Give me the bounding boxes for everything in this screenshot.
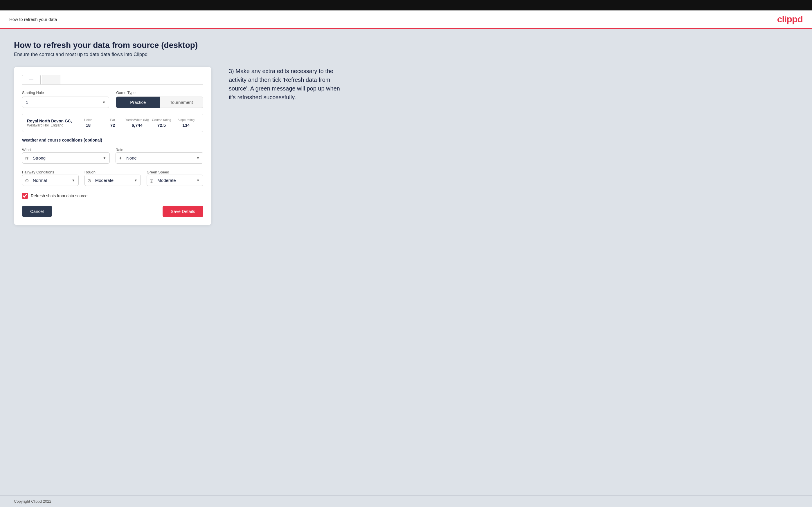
game-type-label: Game Type <box>116 91 203 95</box>
rain-label: Rain <box>115 148 123 152</box>
cancel-button[interactable]: Cancel <box>22 206 52 217</box>
wind-label: Wind <box>22 148 31 152</box>
tab-1[interactable]: — <box>22 75 41 84</box>
course-name-col: Royal North Devon GC, Westward Hol, Engl… <box>27 119 76 127</box>
holes-label: Holes <box>76 118 100 121</box>
green-speed-wrapper: ◎ Moderate Slow Fast ▼ <box>147 175 203 186</box>
content-row: — — Starting Hole 1 ▼ Game Type <box>14 67 798 225</box>
tab-2[interactable]: — <box>42 75 60 84</box>
course-rating-col: Course rating 72.5 <box>149 118 173 128</box>
card-container: — — Starting Hole 1 ▼ Game Type <box>14 67 211 225</box>
slope-rating-label: Slope rating <box>174 118 198 121</box>
course-rating-label: Course rating <box>149 118 173 121</box>
fairway-select[interactable]: Normal Dry Wet <box>22 175 79 186</box>
main-content: How to refresh your data from source (de… <box>0 29 812 495</box>
main-subheading: Ensure the correct and most up to date d… <box>14 52 798 57</box>
course-name: Royal North Devon GC, <box>27 119 76 123</box>
button-row: Cancel Save Details <box>22 206 203 217</box>
instruction-text: 3) Make any extra edits necessary to the… <box>229 67 345 102</box>
game-type-toggle: Practice Tournament <box>116 97 203 108</box>
yards-col: Yards/White (M)) 6,744 <box>125 118 149 128</box>
card-tabs: — — <box>22 75 203 85</box>
conditions-row: Fairway Conditions ⊙ Normal Dry Wet ▼ Ro… <box>22 169 203 186</box>
fairway-label: Fairway Conditions <box>22 170 54 174</box>
chrome-bar: How to refresh your data clippd <box>0 10 812 29</box>
rough-wrapper: ⊙ Moderate Light Heavy ▼ <box>85 175 141 186</box>
tournament-button[interactable]: Tournament <box>160 97 204 108</box>
par-col: Par 72 <box>100 118 125 128</box>
main-heading: How to refresh your data from source (de… <box>14 41 798 50</box>
course-rating-value: 72.5 <box>149 123 173 128</box>
green-speed-label: Green Speed <box>147 170 169 174</box>
starting-hole-wrapper: 1 ▼ <box>22 97 109 108</box>
course-location: Westward Hol, England <box>27 123 76 127</box>
save-details-button[interactable]: Save Details <box>163 206 203 217</box>
weather-section-label: Weather and course conditions (optional) <box>22 138 203 143</box>
fairway-group: Fairway Conditions ⊙ Normal Dry Wet ▼ <box>22 169 79 186</box>
par-value: 72 <box>100 123 125 128</box>
form-row-top: Starting Hole 1 ▼ Game Type Practice Tou… <box>22 91 203 108</box>
logo: clippd <box>777 14 803 25</box>
rough-label: Rough <box>85 170 96 174</box>
starting-hole-select[interactable]: 1 <box>22 97 109 108</box>
refresh-checkbox[interactable] <box>22 193 28 199</box>
holes-value: 18 <box>76 123 100 128</box>
footer: Copyright Clippd 2022 <box>0 495 812 507</box>
wind-group: Wind ≋ Strong None Light Moderate ▼ <box>22 147 110 164</box>
starting-hole-group: Starting Hole 1 ▼ <box>22 91 109 108</box>
fairway-wrapper: ⊙ Normal Dry Wet ▼ <box>22 175 79 186</box>
yards-label: Yards/White (M)) <box>125 118 149 121</box>
rough-group: Rough ⊙ Moderate Light Heavy ▼ <box>85 169 141 186</box>
rain-select[interactable]: None Light Heavy <box>115 152 203 164</box>
refresh-checkbox-row: Refresh shots from data source <box>22 193 203 199</box>
wind-wrapper: ≋ Strong None Light Moderate ▼ <box>22 152 110 164</box>
copyright: Copyright Clippd 2022 <box>14 499 51 504</box>
rain-wrapper: ✦ None Light Heavy ▼ <box>115 152 203 164</box>
weather-row: Wind ≋ Strong None Light Moderate ▼ Rain <box>22 147 203 164</box>
game-type-group: Game Type Practice Tournament <box>116 91 203 108</box>
green-speed-group: Green Speed ◎ Moderate Slow Fast ▼ <box>147 169 203 186</box>
slope-rating-col: Slope rating 134 <box>174 118 198 128</box>
wind-select[interactable]: Strong None Light Moderate <box>22 152 110 164</box>
holes-col: Holes 18 <box>76 118 100 128</box>
refresh-checkbox-label: Refresh shots from data source <box>31 193 87 198</box>
heading-section: How to refresh your data from source (de… <box>14 41 798 57</box>
slope-rating-value: 134 <box>174 123 198 128</box>
rain-group: Rain ✦ None Light Heavy ▼ <box>115 147 203 164</box>
course-table: Royal North Devon GC, Westward Hol, Engl… <box>22 114 203 132</box>
yards-value: 6,744 <box>125 123 149 128</box>
page-title: How to refresh your data <box>9 17 57 22</box>
course-table-row: Royal North Devon GC, Westward Hol, Engl… <box>22 114 203 132</box>
starting-hole-label: Starting Hole <box>22 91 109 95</box>
practice-button[interactable]: Practice <box>116 97 160 108</box>
green-speed-select[interactable]: Moderate Slow Fast <box>147 175 203 186</box>
top-bar <box>0 0 812 10</box>
par-label: Par <box>100 118 125 121</box>
rough-select[interactable]: Moderate Light Heavy <box>85 175 141 186</box>
